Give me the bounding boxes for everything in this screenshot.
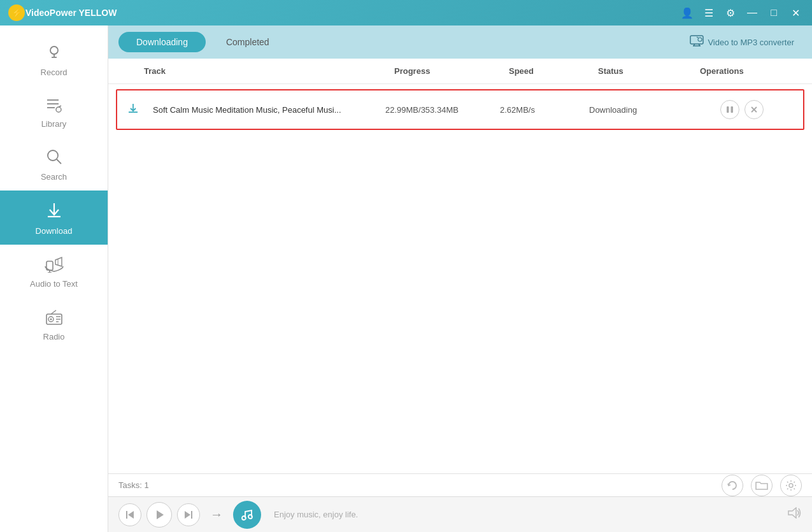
col-operations-header: Operations	[700, 66, 802, 76]
svg-rect-25	[690, 36, 703, 44]
sidebar-item-library[interactable]: Library	[0, 86, 108, 138]
cancel-button[interactable]	[744, 100, 764, 119]
row-track-name: Soft Calm Music Meditation Music, Peacef…	[153, 105, 385, 115]
menu-icon[interactable]: ☰	[700, 4, 718, 22]
svg-marker-40	[157, 510, 164, 519]
settings-button[interactable]	[780, 475, 802, 496]
titlebar: ⚡ VideoPower YELLOW 👤 ☰ ⚙ — □ ✕	[0, 0, 812, 25]
library-icon	[45, 96, 64, 115]
svg-line-11	[57, 159, 61, 164]
svg-point-2	[50, 47, 58, 54]
svg-marker-39	[128, 511, 134, 519]
svg-line-30	[697, 37, 699, 38]
refresh-button[interactable]	[722, 475, 743, 496]
folder-button[interactable]	[751, 475, 773, 496]
prev-button[interactable]	[118, 503, 141, 526]
app-logo: ⚡	[8, 4, 25, 22]
col-speed-header: Speed	[509, 66, 598, 76]
settings-icon[interactable]: ⚙	[722, 4, 739, 22]
download-icon	[45, 201, 64, 222]
player-tagline: Enjoy music, enjoy life.	[269, 510, 780, 519]
svg-marker-42	[185, 511, 190, 519]
app-title: VideoPower YELLOW	[25, 8, 678, 18]
table-body: Soft Calm Music Meditation Music, Peacef…	[108, 84, 812, 473]
close-button[interactable]: ✕	[787, 4, 804, 22]
svg-rect-34	[731, 106, 734, 113]
svg-point-8	[56, 107, 61, 112]
svg-line-9	[59, 106, 61, 107]
col-status-header: Status	[598, 66, 700, 76]
row-operations	[691, 100, 793, 119]
player-controls	[118, 502, 200, 528]
record-icon	[45, 42, 64, 64]
minimize-button[interactable]: —	[743, 4, 761, 22]
svg-point-10	[48, 150, 58, 161]
sidebar-label-audio-to-text: Audio to Text	[30, 279, 78, 289]
converter-button[interactable]: Video to MP3 converter	[682, 31, 802, 54]
player-bar: → Enjoy music, enjoy life.	[108, 496, 812, 532]
sidebar-label-download: Download	[36, 226, 73, 236]
svg-text:⚡: ⚡	[11, 8, 23, 18]
main-layout: Record Library Search	[0, 25, 812, 532]
row-speed: 2.62MB/s	[500, 105, 589, 115]
col-progress-header: Progress	[394, 66, 509, 76]
sidebar-item-download[interactable]: Download	[0, 191, 108, 245]
svg-point-37	[789, 484, 793, 487]
svg-point-20	[50, 319, 52, 320]
tasks-count: Tasks: 1	[118, 480, 149, 490]
window-controls: 👤 ☰ ⚙ — □ ✕	[678, 4, 804, 22]
audio-to-text-icon	[44, 255, 64, 275]
col-icon-header	[118, 66, 144, 76]
sidebar: Record Library Search	[0, 25, 108, 532]
tabbar: Downloading Completed V	[108, 25, 812, 59]
content-area: Downloading Completed V	[108, 25, 812, 532]
table-header: Track Progress Speed Status Operations	[108, 59, 812, 84]
sidebar-item-radio[interactable]: Radio	[0, 298, 108, 350]
svg-marker-45	[788, 508, 796, 518]
tabs: Downloading Completed	[118, 32, 287, 52]
volume-icon[interactable]	[788, 507, 802, 522]
converter-icon	[690, 35, 704, 50]
user-icon[interactable]: 👤	[678, 4, 696, 22]
tab-downloading[interactable]: Downloading	[118, 32, 206, 52]
sidebar-label-radio: Radio	[43, 332, 65, 341]
sidebar-label-search: Search	[41, 172, 67, 182]
next-button[interactable]	[177, 503, 200, 526]
play-button[interactable]	[146, 502, 172, 528]
sidebar-item-search[interactable]: Search	[0, 138, 108, 191]
row-progress: 22.99MB/353.34MB	[385, 105, 500, 115]
tab-completed[interactable]: Completed	[208, 32, 287, 52]
svg-point-43	[242, 516, 246, 520]
sidebar-label-record: Record	[41, 68, 68, 77]
row-status: Downloading	[589, 105, 691, 115]
pause-button[interactable]	[720, 100, 739, 119]
status-actions	[722, 475, 802, 496]
status-bar: Tasks: 1	[108, 473, 812, 496]
sidebar-label-library: Library	[41, 119, 67, 129]
player-arrow: →	[208, 507, 225, 522]
svg-rect-33	[727, 106, 729, 113]
maximize-button[interactable]: □	[765, 4, 783, 22]
search-icon	[45, 148, 63, 168]
radio-icon	[45, 308, 64, 328]
sidebar-item-audio-to-text[interactable]: Audio to Text	[0, 245, 108, 298]
svg-point-44	[248, 515, 252, 519]
svg-line-24	[51, 310, 56, 314]
sidebar-item-record[interactable]: Record	[0, 32, 108, 86]
download-table: Track Progress Speed Status Operations S…	[108, 59, 812, 473]
col-track-header: Track	[144, 66, 394, 76]
music-note-button[interactable]	[233, 501, 261, 529]
row-download-icon	[127, 103, 153, 117]
svg-point-29	[698, 38, 702, 41]
converter-label: Video to MP3 converter	[708, 38, 794, 47]
table-row: Soft Calm Music Meditation Music, Peacef…	[116, 89, 804, 130]
